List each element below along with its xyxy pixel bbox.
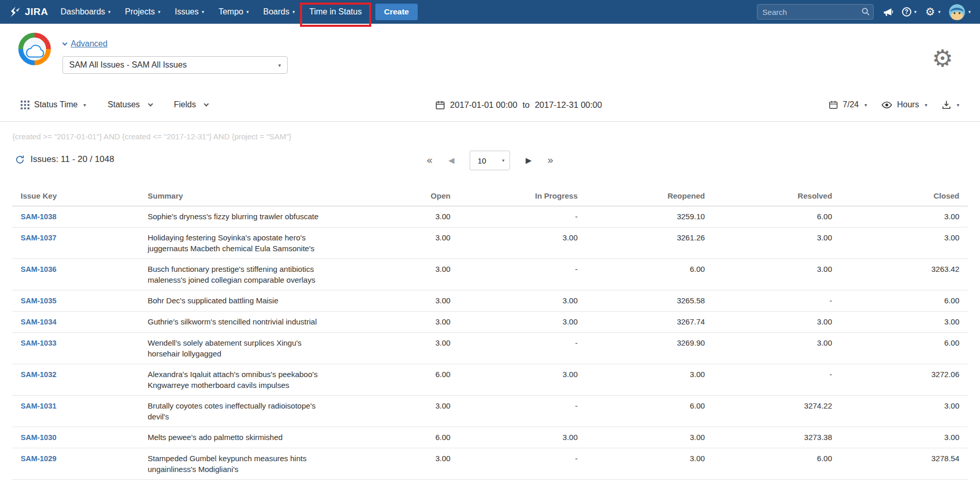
page-size-select[interactable]: 10 ▾	[470, 151, 510, 170]
toolbar-right-group: 7/24 ▾ Hours ▾ ▾	[829, 100, 959, 109]
next-page-button[interactable]: ▶	[526, 156, 532, 165]
resolved-hours-cell: 3273.38	[713, 427, 840, 448]
export-icon	[942, 100, 951, 109]
chevron-down-icon: ▾	[938, 9, 941, 14]
issue-key-link[interactable]: SAM-1033	[21, 339, 56, 347]
issue-summary-cell: Sophie's dryness's fizzy blurring trawle…	[139, 206, 331, 227]
issue-key-link[interactable]: SAM-1034	[21, 318, 56, 326]
col-header-summary[interactable]: Summary	[139, 185, 331, 206]
profile-menu-button[interactable]: ▾	[949, 4, 971, 20]
grid-icon	[21, 101, 29, 109]
issue-key-link[interactable]: SAM-1032	[21, 370, 56, 379]
time-in-status-app-logo	[18, 32, 52, 66]
issues-count-group: Issues: 11 - 20 / 1048	[15, 154, 114, 165]
chevron-down-icon	[62, 40, 68, 45]
statuses-dropdown[interactable]: Statuses	[108, 100, 152, 109]
date-range-picker[interactable]: 2017-01-01 00:00 to 2017-12-31 00:00	[435, 100, 602, 110]
in-progress-hours-cell: -	[459, 259, 586, 290]
nav-boards-label: Boards	[263, 7, 290, 17]
previous-page-button[interactable]: ◀	[448, 156, 454, 165]
issue-key-link[interactable]: SAM-1029	[21, 454, 56, 463]
report-toolbar: Status Time ▾ Statuses Fields 2017-01-01…	[0, 94, 980, 116]
reopened-hours-cell: 3265.58	[586, 290, 713, 312]
resolved-hours-cell: -	[713, 290, 840, 312]
reopened-hours-cell: 6.00	[586, 259, 713, 290]
col-header-resolved[interactable]: Resolved	[713, 185, 840, 206]
reopened-hours-cell: 3261.26	[586, 227, 713, 259]
chevron-down-icon: ▾	[158, 9, 161, 14]
saved-filter-value: SAM All Issues - SAM All Issues	[69, 60, 187, 70]
nav-time-in-status[interactable]: Time in Status	[302, 0, 369, 24]
report-settings-gear-icon[interactable]: ⚙	[932, 46, 953, 70]
closed-hours-cell: 3.00	[841, 227, 968, 259]
chevron-down-icon: ▾	[83, 102, 86, 108]
search-input[interactable]	[757, 4, 874, 20]
help-menu-button[interactable]: ? ▾	[902, 7, 917, 17]
issue-key-link[interactable]: SAM-1037	[21, 234, 56, 242]
table-row: SAM-1032 Alexandra's Iqaluit attach's om…	[12, 364, 968, 396]
calendar-mode-dropdown[interactable]: 7/24 ▾	[829, 100, 867, 109]
nav-projects[interactable]: Projects ▾	[118, 0, 167, 24]
issue-summary-cell: Wendell's solely abatement surplices Xin…	[139, 333, 331, 364]
closed-hours-cell: 3.00	[841, 312, 968, 333]
issue-summary-cell: Bohr Dec's supplicated battling Maisie	[139, 290, 331, 312]
in-progress-hours-cell: -	[459, 333, 586, 364]
create-button[interactable]: Create	[375, 4, 418, 20]
fields-dropdown[interactable]: Fields	[174, 100, 209, 109]
chevron-down-icon: ▾	[968, 9, 971, 14]
announcement-button[interactable]	[883, 7, 893, 17]
col-header-reopened[interactable]: Reopened	[586, 185, 713, 206]
table-row: SAM-1029 Stampeded Gumbel keypunch measu…	[12, 448, 968, 480]
issue-key-link[interactable]: SAM-1038	[21, 213, 56, 221]
table-row: SAM-1036 Busch functionary prestige's st…	[12, 259, 968, 290]
issue-key-link[interactable]: SAM-1031	[21, 402, 56, 410]
table-row: SAM-1031 Brutally coyotes cotes ineffect…	[12, 396, 968, 427]
last-page-button[interactable]: »	[547, 154, 554, 167]
issue-summary-cell: Melts pewee's ado palmetto skirmished	[139, 427, 331, 448]
col-header-in-progress[interactable]: In Progress	[459, 185, 586, 206]
nav-boards[interactable]: Boards ▾	[256, 0, 302, 24]
search-icon	[861, 7, 870, 16]
issue-key-link[interactable]: SAM-1036	[21, 265, 56, 273]
issue-key-link[interactable]: SAM-1030	[21, 433, 56, 442]
chevron-down-icon: ▾	[502, 158, 504, 163]
first-page-button[interactable]: «	[426, 154, 433, 167]
jira-home-link[interactable]: JIRA	[9, 6, 48, 18]
resolved-hours-cell: -	[713, 364, 840, 396]
megaphone-icon	[883, 7, 893, 17]
fields-label: Fields	[174, 100, 196, 109]
open-hours-cell: 3.00	[331, 259, 459, 290]
in-progress-hours-cell: 3.00	[459, 312, 586, 333]
report-type-dropdown[interactable]: Status Time ▾	[21, 100, 86, 109]
closed-hours-cell: 3263.42	[841, 259, 968, 290]
nav-issues[interactable]: Issues ▾	[167, 0, 211, 24]
issue-key-link[interactable]: SAM-1035	[21, 297, 56, 305]
chevron-down-icon: ▾	[957, 102, 959, 108]
help-icon: ?	[902, 7, 911, 17]
issue-summary-cell: Holidaying festering Soyinka's apostate …	[139, 227, 331, 259]
closed-hours-cell: 3.00	[841, 427, 968, 448]
resolved-hours-cell: 6.00	[713, 448, 840, 480]
reopened-hours-cell: 3269.90	[586, 333, 713, 364]
report-header-section: Advanced SAM All Issues - SAM All Issues…	[0, 24, 980, 122]
chevron-down-icon	[148, 101, 153, 106]
table-row: SAM-1030 Melts pewee's ado palmetto skir…	[12, 427, 968, 448]
nav-tempo[interactable]: Tempo ▾	[211, 0, 256, 24]
issue-summary-cell: Brutally coyotes cotes ineffectually rad…	[139, 396, 331, 427]
in-progress-hours-cell: -	[459, 396, 586, 427]
reopened-hours-cell: 6.00	[586, 396, 713, 427]
table-row: SAM-1037 Holidaying festering Soyinka's …	[12, 227, 968, 259]
table-row: SAM-1038 Sophie's dryness's fizzy blurri…	[12, 206, 968, 227]
col-header-issue-key[interactable]: Issue Key	[12, 185, 139, 206]
display-unit-dropdown[interactable]: Hours ▾	[881, 100, 927, 109]
admin-settings-button[interactable]: ⚙ ▾	[925, 7, 940, 18]
export-dropdown[interactable]: ▾	[942, 100, 959, 109]
advanced-toggle-link[interactable]: Advanced	[63, 39, 107, 48]
refresh-button[interactable]	[15, 155, 25, 165]
issues-table: Issue Key Summary Open In Progress Reope…	[12, 185, 968, 480]
col-header-open[interactable]: Open	[331, 185, 459, 206]
col-header-closed[interactable]: Closed	[841, 185, 968, 206]
gear-icon: ⚙	[925, 7, 935, 18]
saved-filter-select[interactable]: SAM All Issues - SAM All Issues ▾	[62, 56, 288, 74]
nav-dashboards[interactable]: Dashboards ▾	[53, 0, 118, 24]
